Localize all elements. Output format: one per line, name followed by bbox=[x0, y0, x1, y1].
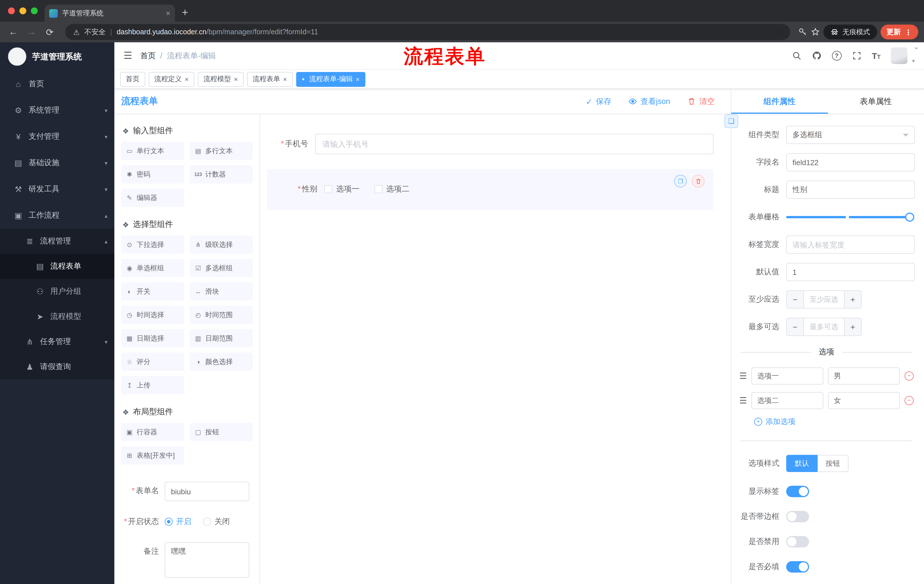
forward-icon[interactable]: → bbox=[24, 27, 39, 37]
component-item-button[interactable]: ▢ 按钮 bbox=[190, 423, 253, 441]
component-item-counter[interactable]: 123 计数器 bbox=[190, 165, 253, 183]
component-item-cascader[interactable]: ⋔ 级联选择 bbox=[190, 235, 253, 254]
border-switch[interactable] bbox=[786, 511, 809, 522]
tag-process-form-edit[interactable]: ● 流程表单-编辑 × bbox=[296, 72, 365, 87]
close-window-button[interactable] bbox=[8, 7, 15, 14]
close-icon[interactable]: × bbox=[234, 75, 238, 83]
gender-option-1-checkbox[interactable]: 选项一 bbox=[324, 184, 360, 194]
component-item-multiline-text[interactable]: ▤ 多行文本 bbox=[190, 142, 253, 160]
sidebar-item-process-management[interactable]: ≣ 流程管理 ▴ bbox=[0, 229, 114, 254]
component-item-date-range[interactable]: ▥ 日期范围 bbox=[190, 329, 253, 347]
style-button-button[interactable]: 按钮 bbox=[818, 455, 848, 472]
disabled-switch[interactable] bbox=[786, 536, 809, 548]
clear-button[interactable]: 清空 bbox=[687, 96, 715, 107]
gender-option-2-checkbox[interactable]: 选项二 bbox=[374, 184, 409, 194]
component-item-password[interactable]: ✱ 密码 bbox=[121, 165, 184, 183]
sidebar-item-task-management[interactable]: ⋔ 任务管理 ▾ bbox=[0, 329, 114, 354]
form-name-input[interactable] bbox=[165, 482, 249, 501]
option-2-label-input[interactable] bbox=[752, 392, 823, 409]
sidebar-collapse-icon[interactable]: ☰ bbox=[124, 50, 132, 62]
save-button[interactable]: ✓ 保存 bbox=[586, 96, 611, 107]
style-default-button[interactable]: 默认 bbox=[786, 455, 818, 472]
minimize-window-button[interactable] bbox=[20, 7, 26, 14]
component-item-date-picker[interactable]: ▦ 日期选择 bbox=[121, 329, 184, 347]
update-button[interactable]: 更新 ⋮ bbox=[880, 25, 918, 39]
tag-process-form[interactable]: 流程表单 × bbox=[247, 72, 293, 87]
remove-option-button[interactable]: − bbox=[904, 396, 914, 405]
sidebar-item-system[interactable]: ⚙ 系统管理 ▾ bbox=[0, 97, 114, 123]
delete-field-button[interactable] bbox=[692, 175, 705, 188]
kebab-icon[interactable]: ⋮ bbox=[905, 28, 912, 36]
fullscreen-icon[interactable] bbox=[852, 51, 861, 61]
status-off-radio[interactable]: 关闭 bbox=[203, 517, 230, 527]
title-input[interactable] bbox=[786, 181, 915, 199]
tab-form-properties[interactable]: 表单属性 bbox=[828, 89, 924, 114]
sidebar-item-process-form[interactable]: ▤ 流程表单 bbox=[0, 254, 114, 279]
security-label[interactable]: 不安全 bbox=[84, 27, 106, 37]
sidebar-item-process-model[interactable]: ➤ 流程模型 bbox=[0, 304, 114, 329]
close-icon[interactable]: × bbox=[356, 75, 360, 83]
option-1-label-input[interactable] bbox=[752, 367, 823, 385]
component-type-select[interactable]: 多选框组 bbox=[786, 126, 915, 144]
bookmark-star-icon[interactable] bbox=[810, 28, 820, 36]
status-on-radio[interactable]: 开启 bbox=[165, 517, 191, 527]
component-item-slider[interactable]: ↔ 滑块 bbox=[190, 282, 253, 301]
avatar[interactable] bbox=[891, 48, 908, 64]
github-icon[interactable] bbox=[812, 51, 822, 61]
component-item-select[interactable]: ⊙ 下拉选择 bbox=[121, 235, 184, 254]
chevron-down-icon[interactable]: ⌄ bbox=[913, 42, 919, 51]
field-phone[interactable]: *手机号 bbox=[267, 128, 714, 160]
tag-process-definition[interactable]: 流程定义 × bbox=[148, 72, 195, 87]
reload-icon[interactable]: ⟳ bbox=[42, 26, 57, 38]
incognito-badge[interactable]: 无痕模式 bbox=[823, 25, 877, 39]
tag-home[interactable]: 首页 bbox=[120, 72, 145, 87]
browser-tab[interactable]: 芋道管理系统 × bbox=[45, 5, 175, 22]
drag-handle-icon[interactable]: ☰ bbox=[739, 395, 747, 406]
increase-button[interactable]: + bbox=[844, 291, 861, 308]
component-item-single-line-text[interactable]: ▭ 单行文本 bbox=[121, 142, 184, 160]
field-name-input[interactable] bbox=[786, 153, 915, 171]
min-select-input[interactable] bbox=[804, 291, 844, 308]
decrease-button[interactable]: − bbox=[787, 318, 804, 336]
sidebar-item-devtools[interactable]: ⚒ 研发工具 ▾ bbox=[0, 176, 114, 202]
component-item-upload[interactable]: ↥ 上传 bbox=[121, 376, 184, 394]
remove-option-button[interactable]: − bbox=[904, 372, 914, 380]
component-item-time-range[interactable]: ◴ 时间范围 bbox=[190, 306, 253, 324]
sidebar-item-payment[interactable]: ¥ 支付管理 ▾ bbox=[0, 123, 114, 150]
sidebar-item-home[interactable]: ⌂ 首页 bbox=[0, 71, 114, 97]
sidebar-item-infrastructure[interactable]: ▤ 基础设施 ▾ bbox=[0, 150, 114, 176]
drag-handle-icon[interactable]: ☰ bbox=[739, 371, 747, 381]
option-2-value-input[interactable] bbox=[828, 392, 900, 409]
sidebar-item-workflow[interactable]: ▣ 工作流程 ▴ bbox=[0, 202, 114, 229]
remark-textarea[interactable]: 嘿嘿 bbox=[165, 542, 249, 578]
component-item-table[interactable]: ⊞ 表格[开发中] bbox=[121, 446, 184, 465]
component-item-switch[interactable]: ◐ 开关 bbox=[121, 282, 184, 301]
view-json-button[interactable]: 查看json bbox=[629, 96, 670, 107]
component-item-color-picker[interactable]: ◑ 颜色选择 bbox=[190, 352, 253, 371]
phone-input[interactable] bbox=[315, 134, 714, 154]
option-1-value-input[interactable] bbox=[828, 367, 900, 385]
slider-handle[interactable] bbox=[905, 212, 914, 222]
component-item-checkbox-group[interactable]: ☑ 多选框组 bbox=[190, 259, 253, 277]
help-icon[interactable]: ? bbox=[832, 51, 842, 61]
sidebar-item-user-group[interactable]: ⚇ 用户分组 bbox=[0, 279, 114, 304]
max-select-input[interactable] bbox=[804, 318, 844, 336]
copy-field-button[interactable]: ❐ bbox=[674, 175, 687, 188]
component-item-radio-group[interactable]: ◉ 单选框组 bbox=[121, 259, 184, 277]
required-switch[interactable] bbox=[786, 561, 809, 572]
tab-component-properties[interactable]: 组件属性 bbox=[731, 89, 828, 114]
component-item-row-container[interactable]: ▣ 行容器 bbox=[121, 423, 184, 441]
link-icon[interactable]: ❏ bbox=[724, 114, 738, 128]
tag-process-model[interactable]: 流程模型 × bbox=[198, 72, 244, 87]
close-icon[interactable]: × bbox=[185, 75, 189, 83]
increase-button[interactable]: + bbox=[844, 318, 861, 336]
show-label-switch[interactable] bbox=[786, 486, 809, 497]
breadcrumb-home[interactable]: 首页 bbox=[140, 51, 156, 61]
default-value-input[interactable] bbox=[786, 263, 915, 281]
component-item-editor[interactable]: ✎ 编辑器 bbox=[121, 189, 184, 207]
field-gender-selected[interactable]: ❐ *性别 bbox=[267, 169, 714, 210]
form-canvas[interactable]: *手机号 ❐ bbox=[260, 114, 731, 584]
decrease-button[interactable]: − bbox=[787, 291, 804, 308]
form-grid-slider[interactable] bbox=[786, 208, 915, 226]
search-icon[interactable] bbox=[792, 51, 801, 61]
